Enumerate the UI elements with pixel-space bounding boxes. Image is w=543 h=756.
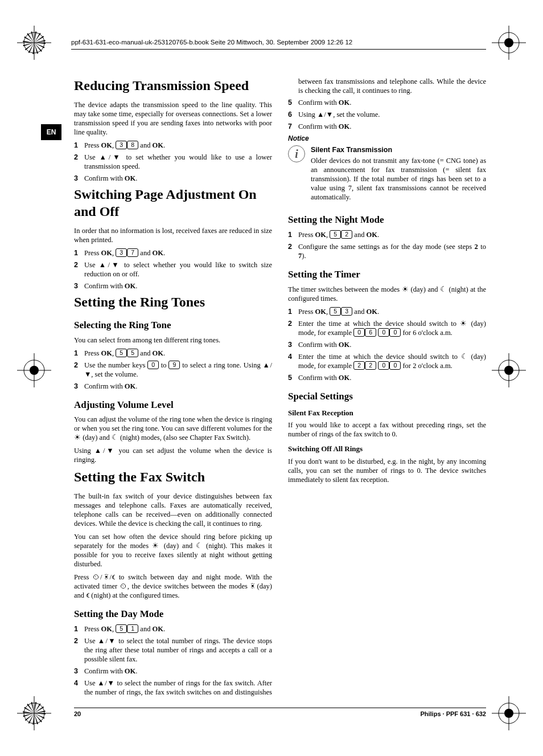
step-num: 3: [74, 281, 84, 291]
crop-mark-mr: [492, 353, 526, 387]
h2-special-settings: Special Settings: [288, 390, 486, 403]
step-text: Configure the same settings as for the d…: [298, 242, 486, 260]
para: You can set how often the device should …: [74, 532, 272, 569]
para: You can adjust the volume of the ring to…: [74, 415, 272, 442]
step-num: 6: [288, 110, 298, 119]
step-text: Enter the time at which the device shoul…: [298, 319, 486, 337]
step-num: 2: [74, 361, 84, 379]
h1-reducing-speed: Reducing Transmission Speed: [74, 77, 272, 95]
step-text: Use ▲/▼ to select the total number of ri…: [84, 636, 272, 664]
step-text: Press OK, 38 and OK.: [84, 141, 272, 150]
notice-box: i Silent Fax Transmission Older devices …: [288, 145, 486, 206]
para: If you would like to accept a fax withou…: [288, 420, 486, 439]
h3-switching-off-rings: Switching Off All Rings: [288, 444, 486, 454]
step-num: 2: [288, 319, 298, 337]
step-num: 1: [74, 141, 84, 150]
para: Press ⏲/☀/☾ to switch between day and ni…: [74, 573, 272, 600]
para: Using ▲/▼ you can set adjust the volume …: [74, 446, 272, 464]
step-text: Confirm with OK.: [298, 98, 486, 107]
step-num: 2: [74, 636, 84, 664]
crop-mark-tl: [17, 26, 51, 60]
crop-mark-bl: [17, 696, 51, 730]
step-num: 2: [288, 242, 298, 260]
crop-mark-br: [492, 696, 526, 730]
notice-text: Older devices do not transmit any fax-to…: [311, 156, 486, 202]
step-num: 1: [288, 307, 298, 316]
step-num: 3: [74, 174, 84, 183]
crop-mark-ml: [17, 353, 51, 387]
step-num: 3: [288, 340, 298, 349]
para: The device adapts the transmission speed…: [74, 100, 272, 137]
step-num: 2: [74, 260, 84, 279]
h2-night-mode: Setting the Night Mode: [288, 214, 486, 226]
language-tab: EN: [41, 124, 61, 140]
h1-ring-tones: Setting the Ring Tones: [74, 293, 272, 311]
step-num: 7: [288, 122, 298, 131]
step-text: Press OK, 51 and OK.: [84, 624, 272, 634]
para: You can select from among ten different …: [74, 336, 272, 345]
step-text: Confirm with OK.: [298, 340, 486, 349]
step-text: Confirm with OK.: [298, 373, 486, 382]
step-text: Using ▲/▼, set the volume.: [298, 110, 486, 119]
product-name: Philips · PPF 631 · 632: [420, 710, 486, 717]
h2-day-mode: Setting the Day Mode: [74, 608, 272, 620]
step-num: 3: [74, 667, 84, 676]
h1-fax-switch: Setting the Fax Switch: [74, 468, 272, 486]
step-num: 5: [288, 373, 298, 382]
step-text: Enter the time at which the device shoul…: [298, 352, 486, 370]
step-num: 1: [74, 349, 84, 358]
step-text: Confirm with OK.: [298, 122, 486, 131]
step-num: 1: [288, 230, 298, 239]
step-text: Press OK, 55 and OK.: [84, 349, 272, 358]
step-text: Use the number keys 0 to 9 to select a r…: [84, 361, 272, 379]
para: The built-in fax switch of your device d…: [74, 492, 272, 528]
step-num: 1: [74, 248, 84, 258]
print-header: ppf-631-631-eco-manual-uk-253120765-b.bo…: [71, 39, 352, 46]
h1-page-adjustment: Switching Page Adjustment On and Off: [74, 186, 272, 220]
h3-silent-fax-reception: Silent Fax Reception: [288, 408, 486, 418]
header-rule: [71, 49, 486, 50]
notice-label: Notice: [288, 134, 486, 143]
step-num: 3: [74, 382, 84, 391]
crop-mark-tr: [492, 26, 526, 60]
info-icon: i: [288, 145, 305, 162]
page-footer: 20 Philips · PPF 631 · 632: [74, 708, 486, 717]
step-text: Confirm with OK.: [84, 382, 272, 391]
step-text: Press OK, 37 and OK.: [84, 248, 272, 258]
step-text: Use ▲/▼ to set whether you would like to…: [84, 153, 272, 171]
step-text: Use ▲/▼ to select whether you would like…: [84, 260, 272, 279]
step-num: 2: [74, 153, 84, 171]
para: The timer switches between the modes ☀ (…: [288, 285, 486, 303]
h2-adjusting-volume: Adjusting Volume Level: [74, 399, 272, 411]
para: If you don't want to be disturbed, e.g. …: [288, 457, 486, 484]
step-text: Confirm with OK.: [84, 281, 272, 291]
step-text: Press OK, 52 and OK.: [298, 230, 486, 239]
step-text: Confirm with OK.: [84, 174, 272, 183]
step-num: 4: [288, 352, 298, 370]
step-num: 5: [288, 98, 298, 107]
step-text: Press OK, 53 and OK.: [298, 307, 486, 316]
h2-selecting-ring-tone: Selecting the Ring Tone: [74, 319, 272, 332]
h2-timer: Setting the Timer: [288, 268, 486, 281]
page-content: Reducing Transmission Speed The device a…: [74, 77, 486, 699]
para: In order that no information is lost, re…: [74, 226, 272, 244]
notice-title: Silent Fax Transmission: [311, 145, 486, 154]
step-num: 1: [74, 624, 84, 634]
step-text: Confirm with OK.: [84, 667, 272, 676]
page-number: 20: [74, 710, 81, 717]
